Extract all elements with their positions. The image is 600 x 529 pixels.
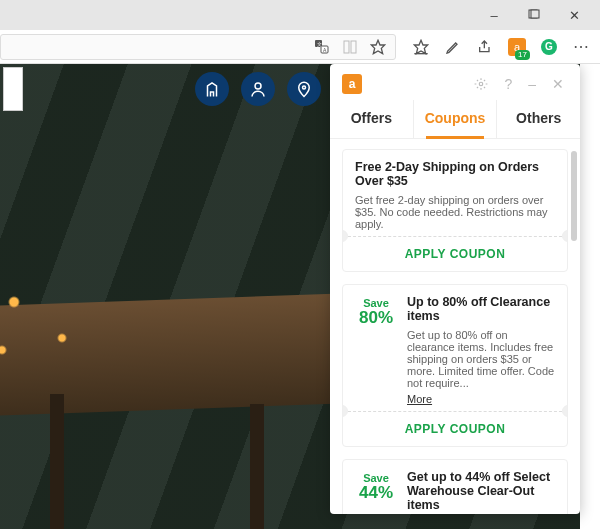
svg-rect-7 bbox=[351, 41, 356, 53]
svg-marker-9 bbox=[414, 40, 427, 53]
window-close-button[interactable]: ✕ bbox=[554, 0, 594, 30]
carousel-thumb[interactable] bbox=[3, 67, 23, 111]
window-maximize-button[interactable] bbox=[514, 0, 554, 30]
favorites-icon[interactable] bbox=[412, 38, 430, 56]
popup-header: a ? – ✕ bbox=[330, 64, 580, 100]
account-icon[interactable] bbox=[241, 72, 275, 106]
coupon-card: Free 2-Day Shipping on Orders Over $35 G… bbox=[342, 149, 568, 272]
svg-text:文: 文 bbox=[317, 41, 322, 47]
grammarly-extension-icon[interactable]: G bbox=[540, 38, 558, 56]
svg-rect-1 bbox=[531, 10, 539, 18]
coupon-card: Save 44% Get up to 44% off Select Wareho… bbox=[342, 459, 568, 514]
coupon-title: Free 2-Day Shipping on Orders Over $35 bbox=[355, 160, 555, 188]
window-titlebar: – ✕ bbox=[0, 0, 600, 30]
coupon-list: Free 2-Day Shipping on Orders Over $35 G… bbox=[330, 139, 580, 514]
coupon-desc: Get free 2-day shipping on orders over $… bbox=[355, 194, 555, 230]
more-icon[interactable]: ⋯ bbox=[572, 38, 590, 56]
window-minimize-button[interactable]: – bbox=[474, 0, 514, 30]
sparks-photo bbox=[0, 254, 110, 374]
save-percent: 80% bbox=[355, 309, 397, 326]
share-icon[interactable] bbox=[476, 38, 494, 56]
help-icon[interactable]: ? bbox=[500, 76, 516, 92]
extension-icons: a17 G ⋯ bbox=[402, 38, 600, 56]
save-percent: 44% bbox=[355, 484, 397, 501]
more-link[interactable]: More bbox=[407, 393, 432, 405]
pen-icon[interactable] bbox=[444, 38, 462, 56]
avast-extension-icon[interactable]: a17 bbox=[508, 38, 526, 56]
location-icon[interactable] bbox=[287, 72, 321, 106]
favorite-star-icon[interactable] bbox=[369, 38, 387, 56]
page-margin bbox=[580, 64, 600, 529]
coupon-extension-popup: a ? – ✕ Offers Coupons Others Free 2-Day… bbox=[330, 64, 580, 514]
reader-icon[interactable] bbox=[341, 38, 359, 56]
svg-point-11 bbox=[255, 83, 261, 89]
page-content: a ? – ✕ Offers Coupons Others Free 2-Day… bbox=[0, 64, 600, 529]
scrollbar-thumb[interactable] bbox=[571, 151, 577, 241]
coupon-card: Save 80% Up to 80% off Clearance items G… bbox=[342, 284, 568, 447]
tab-offers[interactable]: Offers bbox=[330, 100, 413, 138]
coupon-desc: Get up to 80% off on clearance items. In… bbox=[407, 329, 555, 389]
coupon-title: Up to 80% off Clearance items bbox=[407, 295, 555, 323]
svg-marker-8 bbox=[371, 40, 384, 53]
coupon-title: Get up to 44% off Select Warehouse Clear… bbox=[407, 470, 555, 512]
svg-rect-6 bbox=[344, 41, 349, 53]
popup-logo-icon: a bbox=[342, 74, 362, 94]
svg-point-12 bbox=[303, 86, 306, 89]
tab-others[interactable]: Others bbox=[496, 100, 580, 138]
maximize-icon bbox=[528, 9, 540, 21]
browser-toolbar: 文A a17 G ⋯ bbox=[0, 30, 600, 64]
popup-close-button[interactable]: ✕ bbox=[548, 76, 568, 92]
popup-tabs: Offers Coupons Others bbox=[330, 100, 580, 139]
translate-icon[interactable]: 文A bbox=[313, 38, 331, 56]
header-nav bbox=[195, 72, 321, 106]
apply-coupon-button[interactable]: APPLY COUPON bbox=[343, 236, 567, 271]
popup-minimize-button[interactable]: – bbox=[524, 76, 540, 92]
address-bar[interactable]: 文A bbox=[0, 34, 396, 60]
apply-coupon-button[interactable]: APPLY COUPON bbox=[343, 411, 567, 446]
svg-point-13 bbox=[480, 82, 484, 86]
settings-icon[interactable] bbox=[470, 77, 492, 91]
stores-icon[interactable] bbox=[195, 72, 229, 106]
tab-coupons[interactable]: Coupons bbox=[413, 100, 497, 138]
